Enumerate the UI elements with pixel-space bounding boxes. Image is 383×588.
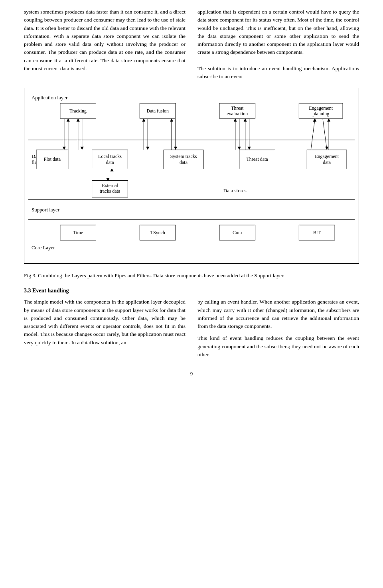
page: system sometimes produces data faster th… (0, 0, 383, 393)
engagement-planning-label: Engagement (309, 105, 333, 111)
local-tracks-label: Local tracks (98, 154, 122, 159)
bit-label: BiT (313, 230, 321, 235)
external-tracks-label-2: tracks data (100, 189, 120, 194)
svg-marker-44 (325, 147, 328, 150)
top-right-col: application that is dependent on a certa… (197, 8, 359, 81)
engagement-data-label-2: data (323, 160, 331, 165)
time-label: Time (73, 230, 83, 235)
core-layer-label: Core Layer (32, 245, 55, 251)
svg-marker-20 (81, 147, 84, 150)
threat-eval-label: Threat (231, 105, 244, 111)
svg-line-43 (323, 119, 327, 149)
bottom-two-col: The simple model with the components in … (24, 298, 359, 363)
svg-marker-30 (170, 118, 173, 122)
external-tracks-label: External (102, 183, 118, 189)
engagement-planning-label-2: planning (312, 111, 329, 116)
support-layer-label: Support layer (32, 207, 60, 213)
svg-marker-46 (327, 118, 330, 122)
page-number: - 9 - (24, 371, 359, 377)
svg-marker-24 (63, 147, 66, 150)
top-left-col: system sometimes produces data faster th… (24, 8, 186, 81)
top-right-paragraph: application that is dependent on a certa… (197, 8, 359, 57)
svg-marker-28 (146, 147, 149, 150)
top-text-section: system sometimes produces data faster th… (24, 8, 359, 81)
tsynch-label: TSynch (150, 230, 165, 235)
diagram-svg: Application layer Tracking Data fusion T… (28, 92, 355, 259)
local-tracks-label-2: data (106, 160, 115, 165)
svg-marker-34 (234, 118, 237, 122)
bottom-left-p1: The simple model with the components in … (24, 298, 186, 347)
data-stores-label: Data stores (223, 188, 247, 194)
engagement-data-label: Engagement (315, 154, 339, 159)
bottom-right-p2: This kind of event handling reduces the … (197, 334, 359, 359)
bottom-section: 3.3 Event handling The simple model with… (24, 288, 359, 363)
system-tracks-label-2: data (180, 160, 188, 165)
svg-marker-38 (244, 118, 247, 122)
svg-marker-36 (238, 147, 241, 150)
com-label: Com (233, 230, 242, 235)
tracking-label: Tracking (69, 108, 87, 114)
svg-marker-32 (174, 147, 177, 150)
figure-caption: Fig 3. Combining the Layers pattern with… (24, 272, 359, 280)
svg-marker-26 (142, 118, 145, 122)
bottom-right-col: by calling an event handler. When anothe… (197, 298, 359, 363)
bottom-right-p1: by calling an event handler. When anothe… (197, 298, 359, 330)
top-right-paragraph-2: The solution is to introduce an event ha… (197, 65, 359, 81)
svg-line-41 (311, 119, 315, 150)
threat-data-label: Threat data (247, 156, 268, 162)
bottom-left-col: The simple model with the components in … (24, 298, 186, 363)
svg-marker-18 (77, 118, 80, 122)
app-layer-label: Application layer (32, 95, 68, 101)
svg-marker-42 (313, 118, 316, 122)
system-tracks-label: System tracks (170, 154, 197, 159)
architecture-diagram: Application layer Tracking Data fusion T… (24, 88, 359, 264)
data-fusion-label: Data fusion (146, 108, 169, 114)
threat-eval-label-2: evalua tion (227, 111, 248, 116)
section-heading: 3.3 Event handling (24, 288, 359, 294)
plot-data-label: Plot data (44, 156, 61, 162)
top-left-paragraph: system sometimes produces data faster th… (24, 8, 186, 73)
svg-marker-40 (248, 147, 251, 150)
svg-marker-22 (67, 118, 70, 122)
